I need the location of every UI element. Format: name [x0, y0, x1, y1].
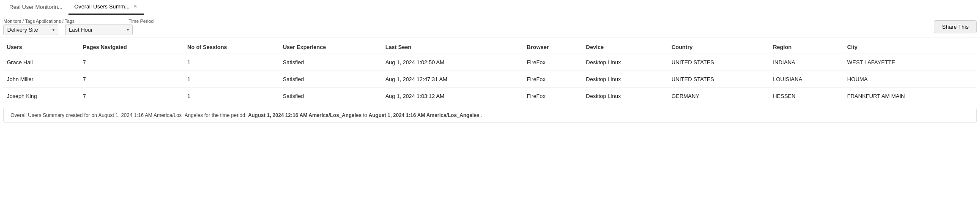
- cell-last-seen: Aug 1, 2024 1:02:50 AM: [382, 54, 523, 71]
- col-sessions: No of Sessions: [184, 40, 279, 54]
- cell-browser: FireFox: [523, 71, 583, 88]
- cell-user: Grace Hall: [3, 54, 79, 71]
- cell-city: WEST LAFAYETTE: [844, 54, 977, 71]
- cell-user: John Miller: [3, 71, 79, 88]
- cell-experience: Satisfied: [279, 71, 382, 88]
- col-pages: Pages Navigated: [79, 40, 184, 54]
- cell-region: INDIANA: [769, 54, 844, 71]
- filters-group: Monitors / Tags Applications / Tags Time…: [3, 19, 153, 35]
- cell-experience: Satisfied: [279, 88, 382, 105]
- tab-summary[interactable]: Overall Users Summ... ✕: [68, 0, 144, 15]
- time-period-select-value: Last Hour: [69, 27, 93, 33]
- cell-city: FRANKFURT AM MAIN: [844, 88, 977, 105]
- cell-sessions: 1: [184, 71, 279, 88]
- cell-sessions: 1: [184, 88, 279, 105]
- footer-bold-end: August 1, 2024 1:16 AM America/Los_Angel…: [369, 112, 479, 118]
- breadcrumb: Monitors / Tags Applications / Tags Time…: [3, 19, 153, 24]
- tab-rum-label: Real User Monitorin...: [9, 4, 63, 10]
- footer-bold-start: August 1, 2024 12:16 AM America/Los_Ange…: [248, 112, 362, 118]
- footer-bar: Overall Users Summary created for on Aug…: [3, 108, 977, 123]
- col-country: Country: [668, 40, 769, 54]
- monitor-select[interactable]: Delivery Site ▾: [3, 24, 58, 35]
- time-period-chevron-icon: ▾: [127, 27, 129, 32]
- monitor-select-value: Delivery Site: [7, 27, 38, 33]
- cell-pages-navigated: 7: [79, 88, 184, 105]
- footer-suffix: .: [479, 112, 482, 118]
- table-header: Users Pages Navigated No of Sessions Use…: [3, 40, 977, 54]
- cell-last-seen: Aug 1, 2024 1:03:12 AM: [382, 88, 523, 105]
- tab-rum[interactable]: Real User Monitorin...: [3, 0, 68, 15]
- col-region: Region: [769, 40, 844, 54]
- dropdowns-row: Delivery Site ▾ Last Hour ▾: [3, 24, 153, 35]
- footer-prefix: Overall Users Summary created for on Aug…: [11, 112, 248, 118]
- col-device: Device: [583, 40, 668, 54]
- share-button[interactable]: Share This: [934, 20, 977, 33]
- cell-country: UNITED STATES: [668, 71, 769, 88]
- cell-last-seen: Aug 1, 2024 12:47:31 AM: [382, 71, 523, 88]
- cell-city: HOUMA: [844, 71, 977, 88]
- cell-region: LOUISIANA: [769, 71, 844, 88]
- col-experience: User Experience: [279, 40, 382, 54]
- table-container: Users Pages Navigated No of Sessions Use…: [0, 38, 980, 104]
- tabs-bar: Real User Monitorin... Overall Users Sum…: [0, 0, 980, 15]
- time-period-label: Time Period: [129, 19, 153, 24]
- time-period-select[interactable]: Last Hour ▾: [65, 24, 133, 35]
- monitor-chevron-icon: ▾: [52, 27, 55, 32]
- users-table: Users Pages Navigated No of Sessions Use…: [3, 40, 977, 104]
- cell-browser: FireFox: [523, 88, 583, 105]
- tab-summary-label: Overall Users Summ...: [74, 3, 130, 10]
- cell-device: Desktop Linux: [583, 54, 668, 71]
- table-body: Grace Hall71SatisfiedAug 1, 2024 1:02:50…: [3, 54, 977, 105]
- col-users: Users: [3, 40, 79, 54]
- cell-sessions: 1: [184, 54, 279, 71]
- footer-to: to: [361, 112, 369, 118]
- cell-country: GERMANY: [668, 88, 769, 105]
- cell-device: Desktop Linux: [583, 71, 668, 88]
- table-row: Grace Hall71SatisfiedAug 1, 2024 1:02:50…: [3, 54, 977, 71]
- cell-region: HESSEN: [769, 88, 844, 105]
- col-browser: Browser: [523, 40, 583, 54]
- table-row: John Miller71SatisfiedAug 1, 2024 12:47:…: [3, 71, 977, 88]
- cell-pages-navigated: 7: [79, 54, 184, 71]
- col-city: City: [844, 40, 977, 54]
- cell-country: UNITED STATES: [668, 54, 769, 71]
- cell-user: Joseph King: [3, 88, 79, 105]
- breadcrumb-text: Monitors / Tags Applications / Tags: [3, 19, 74, 24]
- filters-row: Monitors / Tags Applications / Tags Time…: [0, 15, 980, 38]
- col-last-seen: Last Seen: [382, 40, 523, 54]
- cell-device: Desktop Linux: [583, 88, 668, 105]
- cell-browser: FireFox: [523, 54, 583, 71]
- cell-pages-navigated: 7: [79, 71, 184, 88]
- cell-experience: Satisfied: [279, 54, 382, 71]
- tab-summary-close[interactable]: ✕: [132, 4, 138, 10]
- table-header-row: Users Pages Navigated No of Sessions Use…: [3, 40, 977, 54]
- table-row: Joseph King71SatisfiedAug 1, 2024 1:03:1…: [3, 88, 977, 105]
